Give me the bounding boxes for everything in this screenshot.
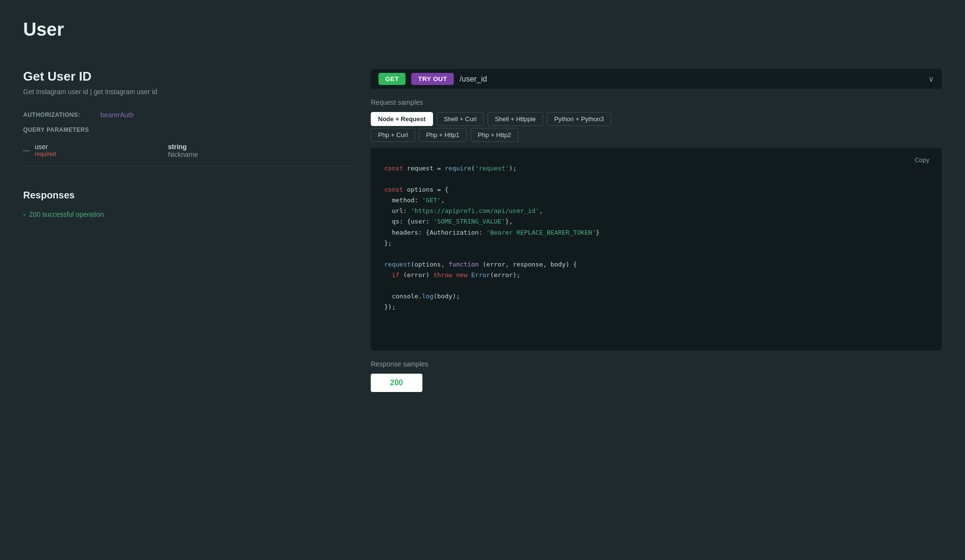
param-description: Nickname <box>168 151 351 158</box>
response-200-item[interactable]: › 200 successful operation <box>23 210 351 218</box>
query-params-label: QUERY PARAMETERS <box>23 126 351 133</box>
code-block: Copy const request = require('request');… <box>371 148 942 350</box>
param-type-block: string Nickname <box>168 143 351 158</box>
endpoint-path: /user_id <box>460 75 923 84</box>
tab-shell-httppie[interactable]: Shell + Httppie <box>488 112 543 126</box>
copy-button[interactable]: Copy <box>911 154 933 166</box>
right-panel: GET TRY OUT /user_id ∨ Request samples N… <box>371 69 942 392</box>
param-arrow: — <box>23 146 30 154</box>
tab-php-curl[interactable]: Php + Curl <box>371 128 415 142</box>
param-name: user <box>35 143 48 151</box>
left-panel: Get User ID Get Instagram user id | get … <box>23 69 351 218</box>
param-row: — user required string Nickname <box>23 143 351 167</box>
tab-php-http2[interactable]: Php + Http2 <box>471 128 518 142</box>
tab-node-request[interactable]: Node + Request <box>371 112 433 126</box>
try-out-button[interactable]: TRY OUT <box>411 73 454 85</box>
section-title: Get User ID <box>23 69 351 84</box>
endpoint-bar: GET TRY OUT /user_id ∨ <box>371 69 942 89</box>
response-200-text: 200 successful operation <box>29 210 104 218</box>
response-chevron-icon: › <box>23 211 25 218</box>
tab-python-python3[interactable]: Python + Python3 <box>547 112 611 126</box>
tab-shell-curl[interactable]: Shell + Curl <box>437 112 484 126</box>
code-content: const request = require('request'); cons… <box>384 163 928 312</box>
tab-php-http1[interactable]: Php + Http1 <box>419 128 467 142</box>
request-samples-label: Request samples <box>371 98 942 106</box>
bearer-auth-link[interactable]: bearerAuth <box>100 111 134 119</box>
request-samples-tabs: Node + Request Shell + Curl Shell + Http… <box>371 112 942 126</box>
authorizations-label: AUTHORIZATIONS: <box>23 112 100 118</box>
response-code-200-badge[interactable]: 200 <box>371 374 422 392</box>
section-subtitle: Get Instagram user id | get Instagram us… <box>23 88 351 96</box>
authorizations-row: AUTHORIZATIONS: bearerAuth <box>23 111 351 119</box>
param-name-block: — user required <box>23 143 110 157</box>
responses-title: Responses <box>23 190 351 201</box>
param-type: string <box>168 143 351 151</box>
response-samples-label: Response samples <box>371 360 942 368</box>
page-title: User <box>23 19 942 40</box>
param-required: required <box>35 151 56 157</box>
method-badge: GET <box>378 73 406 85</box>
request-samples-tabs-row2: Php + Curl Php + Http1 Php + Http2 <box>371 128 942 142</box>
endpoint-chevron-icon[interactable]: ∨ <box>928 74 934 84</box>
